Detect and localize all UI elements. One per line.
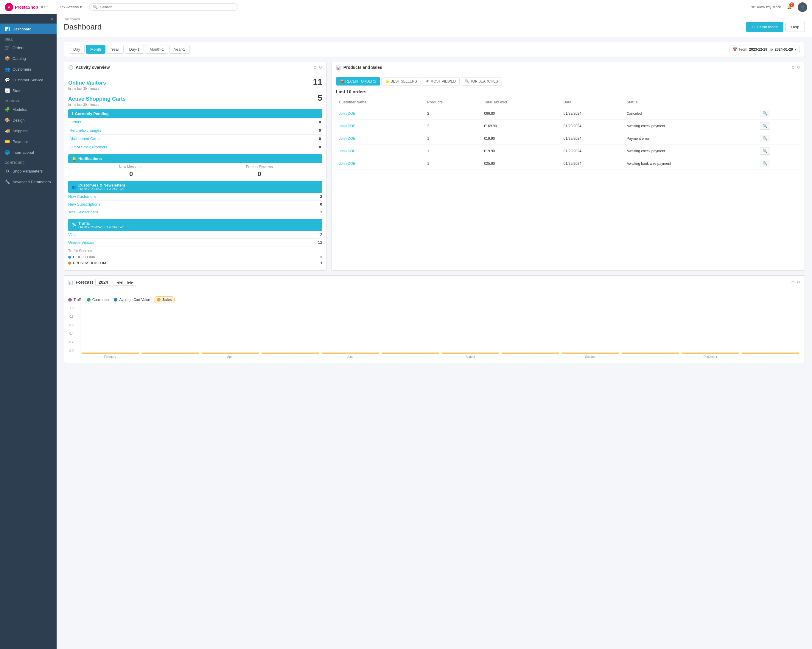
forecast-chart-icon: 📊 xyxy=(68,280,73,284)
products-refresh-button[interactable]: ↻ xyxy=(797,65,800,70)
traffic-sources-list: DIRECT LINK2PRESTASHOP.COM1 xyxy=(68,254,322,266)
chart-bar xyxy=(322,353,379,354)
sidebar-item-advanced-parameters[interactable]: 🔧 Advanced Parameters xyxy=(0,176,56,187)
chart-bar-group xyxy=(261,353,319,354)
sidebar-item-customer-service[interactable]: 💬 Customer Service xyxy=(0,75,56,85)
sidebar-item-customers[interactable]: 👥 Customers xyxy=(0,64,56,75)
notifications-button[interactable]: 🔔 7 xyxy=(785,2,794,12)
activity-refresh-button[interactable]: ↻ xyxy=(319,65,322,70)
chart-x-labels: FebruaryAprilJuneAugustOctoberDecember xyxy=(80,354,800,359)
breadcrumb: Dashboard xyxy=(64,17,805,21)
view-store-button[interactable]: 👁 View my store xyxy=(751,5,781,9)
tab-recent-orders[interactable]: 📦 RECENT ORDERS xyxy=(336,77,380,86)
products-settings-button[interactable]: ⚙ xyxy=(791,65,795,70)
order-search-button[interactable]: 🔍 xyxy=(760,147,770,155)
info-icon: 🔔 xyxy=(72,156,76,161)
forecast-panel-actions: ⚙ ↻ xyxy=(791,280,800,284)
forecast-settings-button[interactable]: ⚙ xyxy=(791,280,795,284)
chart-x-label xyxy=(142,355,199,359)
chart-bar xyxy=(562,353,619,354)
forecast-year: 2024 xyxy=(95,279,111,286)
tab-best-sellers[interactable]: ⭐ BEST SELLERS xyxy=(381,77,421,86)
legend-item[interactable]: Sales xyxy=(154,296,175,303)
tab-day-minus1[interactable]: Day-1 xyxy=(125,45,144,53)
date-range-picker[interactable]: 📅 From 2023-12-29 To 2024-01-29 ▾ xyxy=(730,46,800,53)
sidebar-item-catalog[interactable]: 📦 Catalog xyxy=(0,53,56,64)
order-row: John DOE 2 €169.90 01/29/2024 Awaiting c… xyxy=(336,120,800,132)
tab-day[interactable]: Day xyxy=(69,45,85,53)
catalog-icon: 📦 xyxy=(5,56,9,61)
pending-table: Orders0Return/Exchanges0Abandoned Carts0… xyxy=(68,118,322,151)
user-avatar[interactable]: 👤 xyxy=(798,2,807,12)
tab-top-searches[interactable]: 🔍 TOP SEARCHES xyxy=(461,77,502,86)
shop-params-icon: ⚙ xyxy=(5,169,9,173)
active-carts-count: 5 xyxy=(317,93,322,103)
chart-bar-group xyxy=(502,353,559,354)
forecast-panel-body: TrafficConversionAverage Cart ValueSales… xyxy=(64,289,804,363)
order-search-button[interactable]: 🔍 xyxy=(760,122,770,130)
activity-panel-body: Online Visitors 11 in the last 30 minute… xyxy=(64,73,327,270)
search-bar[interactable]: 🔍 xyxy=(89,3,238,11)
tab-year-minus1[interactable]: Year-1 xyxy=(169,45,190,53)
order-customer-link[interactable]: John DOE xyxy=(339,111,356,116)
eye-icon: 👁 xyxy=(751,5,755,9)
orders-table-body: John DOE 2 €66.80 01/29/2024 Canceled 🔍 … xyxy=(336,107,800,170)
chart-x-label xyxy=(261,355,319,359)
sidebar-item-shop-parameters[interactable]: ⚙ Shop Parameters xyxy=(0,166,56,176)
sidebar-item-international[interactable]: 🌐 International xyxy=(0,147,56,157)
activity-overview-panel: 🕐 Activity overview ⚙ ↻ Online Visitors … xyxy=(64,62,327,270)
legend-dot xyxy=(114,298,118,302)
source-dot xyxy=(68,256,71,259)
chart-bar xyxy=(261,353,319,354)
order-search-button[interactable]: 🔍 xyxy=(760,110,770,117)
order-row: John DOE 2 €66.80 01/29/2024 Canceled 🔍 xyxy=(336,107,800,120)
tab-month[interactable]: Month xyxy=(86,45,105,53)
sidebar-item-shipping[interactable]: 🚚 Shipping xyxy=(0,125,56,136)
legend-item[interactable]: Conversion xyxy=(87,296,110,303)
order-customer-link[interactable]: John DOE xyxy=(339,136,356,140)
forecast-prev-button[interactable]: ◀◀ xyxy=(114,279,125,286)
chart-bar-group xyxy=(442,353,499,354)
products-panel-body: 📦 RECENT ORDERS ⭐ BEST SELLERS 👁 MOST VI… xyxy=(332,73,804,174)
legend-item[interactable]: Traffic xyxy=(68,296,83,303)
orders-table: Customer NameProductsTotal Tax excl.Date… xyxy=(336,98,800,170)
sidebar-item-payment[interactable]: 💳 Payment xyxy=(0,136,56,147)
order-customer-link[interactable]: John DOE xyxy=(339,124,356,128)
people-icon: 👥 xyxy=(72,185,76,189)
sidebar-collapse-button[interactable]: « xyxy=(0,14,56,23)
products-panel-header: 📊 Products and Sales ⚙ ↻ xyxy=(332,62,804,73)
forecast-refresh-button[interactable]: ↻ xyxy=(797,280,800,284)
sidebar-item-modules[interactable]: 🧩 Modules xyxy=(0,104,56,115)
order-customer-link[interactable]: John DOE xyxy=(339,162,356,166)
chart-bar-group xyxy=(622,353,679,354)
tab-year[interactable]: Year xyxy=(107,45,123,53)
order-search-button[interactable]: 🔍 xyxy=(760,160,770,167)
traffic-section-header: 📡 Traffic FROM 2023-12-29 TO 2024-01-29 xyxy=(68,219,322,231)
forecast-panel: 📊 Forecast 2024 ◀◀ ▶▶ ⚙ ↻ xyxy=(64,275,805,363)
design-icon: 🎨 xyxy=(5,118,9,122)
chart-x-label xyxy=(742,355,800,359)
order-row: John DOE 1 €25.90 01/29/2024 Awaiting ba… xyxy=(336,157,800,170)
tab-most-viewed[interactable]: 👁 MOST VIEWED xyxy=(422,77,459,86)
legend-item[interactable]: Average Cart Value xyxy=(114,296,150,303)
page-title-row: Dashboard ⊙ Demo mode Help xyxy=(64,22,805,32)
quick-access-button[interactable]: Quick Access ▾ xyxy=(53,3,84,11)
products-panel-title: 📊 Products and Sales xyxy=(336,65,382,70)
customer-row: Total Subscribers1 xyxy=(68,208,322,216)
sidebar-item-design[interactable]: 🎨 Design xyxy=(0,115,56,125)
sidebar-item-orders[interactable]: 🛒 Orders xyxy=(0,42,56,53)
sidebar-item-dashboard[interactable]: 📊 Dashboard xyxy=(0,23,56,34)
help-button[interactable]: Help xyxy=(786,22,805,32)
activity-settings-button[interactable]: ⚙ xyxy=(313,65,317,70)
forecast-next-button[interactable]: ▶▶ xyxy=(125,279,136,286)
chart-bar-group xyxy=(562,353,619,354)
search-input[interactable] xyxy=(100,5,234,9)
tab-month-minus1[interactable]: Month-1 xyxy=(145,45,168,53)
order-customer-link[interactable]: John DOE xyxy=(339,149,356,153)
chart-x-label: October xyxy=(562,355,619,359)
orders-column-header: Total Tax excl. xyxy=(481,98,560,107)
demo-mode-button[interactable]: ⊙ Demo mode xyxy=(746,22,783,32)
order-search-button[interactable]: 🔍 xyxy=(760,135,770,142)
sidebar-item-stats[interactable]: 📈 Stats xyxy=(0,85,56,96)
legend-dot xyxy=(157,298,160,302)
